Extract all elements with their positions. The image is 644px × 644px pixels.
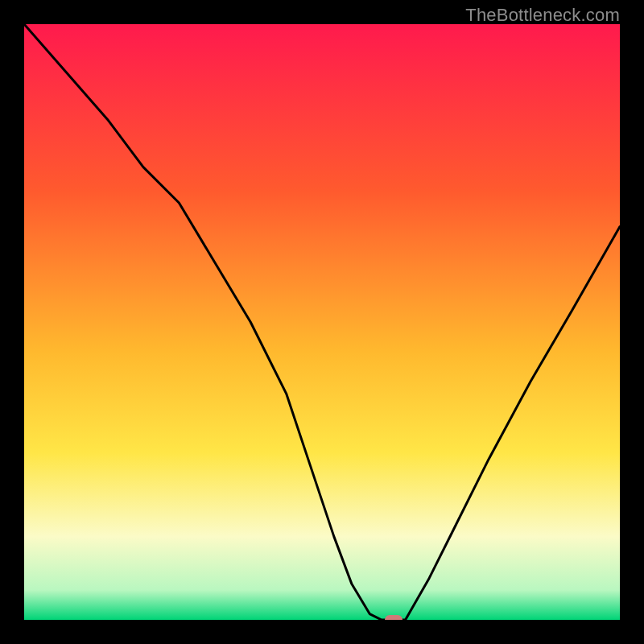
plot-area <box>24 24 620 620</box>
gradient-background <box>24 24 620 620</box>
optimal-point-marker <box>385 615 402 620</box>
watermark-text: TheBottleneck.com <box>465 5 620 26</box>
chart-svg <box>24 24 620 620</box>
chart-frame: TheBottleneck.com <box>0 0 644 644</box>
